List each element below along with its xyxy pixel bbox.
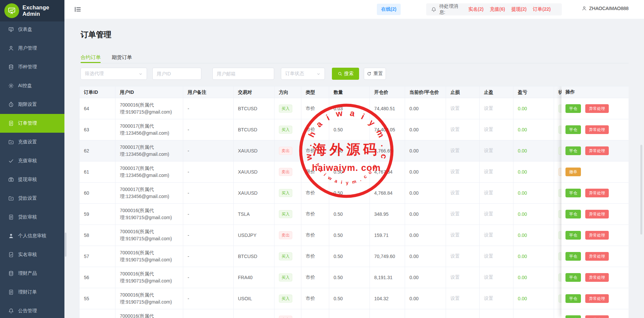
sidebar-item-doc-check[interactable]: 实名审核 [0, 245, 64, 264]
abnormal-order-button[interactable]: 异常处理 [585, 315, 609, 318]
abnormal-order-button[interactable]: 异常处理 [585, 210, 609, 218]
abnormal-order-button[interactable]: 异常处理 [585, 231, 609, 240]
user-email-input[interactable] [217, 71, 270, 76]
take-profit-set-link[interactable]: 设置 [484, 106, 493, 112]
cell-user: 7000017(所属代理:123456@gmail.com) [115, 140, 183, 161]
abnormal-order-button[interactable]: 异常处理 [585, 294, 609, 303]
abnormal-order-button[interactable]: 异常处理 [585, 273, 609, 282]
abnormal-order-button[interactable]: 异常处理 [585, 252, 609, 261]
bell-icon [431, 7, 437, 12]
page-scrollbar-thumb[interactable] [640, 145, 642, 235]
abnormal-order-button[interactable]: 异常处理 [585, 146, 609, 155]
close-order-button[interactable]: 平仓 [565, 231, 581, 240]
refresh-icon [367, 71, 371, 76]
sidebar-item-money[interactable]: 提现审核 [0, 170, 64, 189]
sidebar-item-gear[interactable]: AI控盘 [0, 76, 64, 95]
sidebar-item-user[interactable]: 用户管理 [0, 39, 64, 58]
pending-item-link[interactable]: 充值(6) [490, 6, 505, 12]
cell-direction: 卖出 [275, 225, 301, 246]
sidebar-scrollbar-thumb[interactable] [65, 233, 66, 257]
search-button-label: 搜索 [344, 71, 354, 77]
stop-loss-set-link[interactable]: 设置 [450, 148, 460, 154]
action-cell: 平仓异常处理 [561, 288, 629, 309]
pending-item-link[interactable]: 订单(22) [533, 6, 551, 12]
order-status-select[interactable]: 订单状态 [281, 68, 325, 80]
close-order-button[interactable]: 平仓 [565, 189, 581, 197]
take-profit-set-link[interactable]: 设置 [484, 190, 493, 196]
take-profit-set-link[interactable]: 设置 [484, 148, 493, 154]
take-profit-set-link[interactable]: 设置 [484, 253, 493, 259]
take-profit-set-link[interactable]: 设置 [484, 296, 493, 302]
stop-loss-set-link[interactable]: 设置 [450, 127, 460, 133]
logo-bar: Exchange Admin [0, 0, 64, 21]
sidebar-item-check[interactable]: 充值审核 [0, 151, 64, 170]
sidebar-item-bell[interactable]: 公告管理 [0, 302, 64, 318]
column-header-tp: 止盈 [480, 86, 513, 98]
close-order-button[interactable]: 平仓 [565, 294, 581, 303]
pnl-value: 0.00 [518, 275, 527, 280]
cell-qty: 0.50 [329, 225, 370, 246]
stop-loss-set-link[interactable]: 设置 [450, 169, 460, 175]
user-id-field-wrap [152, 68, 201, 80]
tab-contract-orders[interactable]: 合约订单 [81, 54, 101, 61]
reset-button[interactable]: 重置 [364, 68, 386, 80]
close-order-button[interactable]: 平仓 [565, 210, 581, 218]
sidebar-item-coins[interactable]: 理财产品 [0, 264, 64, 283]
sidebar-item-document[interactable]: 理财订单 [0, 283, 64, 302]
sidebar-item-label: 币种管理 [18, 64, 37, 70]
stop-loss-set-link[interactable]: 设置 [450, 190, 460, 196]
cell-type: 市价 [301, 288, 329, 309]
online-users-badge[interactable]: 在线(2) [377, 4, 401, 15]
take-profit-set-link[interactable]: 设置 [484, 169, 493, 175]
take-profit-set-link[interactable]: 设置 [484, 211, 493, 217]
cell-pnl: 0.00 [513, 183, 554, 203]
cell-note: - [183, 98, 234, 119]
cell-pair: TSLA [234, 204, 275, 225]
direction-badge-buy: 买入 [279, 252, 292, 260]
cell-pnl: 0.00 [513, 140, 554, 161]
pnl-value: 0.00 [518, 127, 527, 132]
sidebar-item-clock[interactable]: 期限设置 [0, 95, 64, 114]
close-order-button[interactable]: 平仓 [565, 315, 581, 318]
sidebar-item-folder[interactable]: 贷款设置 [0, 189, 64, 208]
search-button[interactable]: 搜索 [332, 68, 359, 80]
sidebar-item-folder[interactable]: 充值设置 [0, 133, 64, 151]
close-order-button[interactable]: 平仓 [565, 146, 581, 155]
stop-loss-set-link[interactable]: 设置 [450, 253, 460, 259]
sidebar-item-document[interactable]: 订单管理 [0, 114, 64, 133]
app-title: Exchange Admin [22, 4, 64, 17]
take-profit-set-link[interactable]: 设置 [484, 232, 493, 238]
cell-direction: 买入 [275, 183, 301, 203]
stop-loss-set-link[interactable]: 设置 [450, 211, 460, 217]
stop-loss-set-link[interactable]: 设置 [450, 296, 460, 302]
abnormal-order-button[interactable]: 异常处理 [585, 125, 609, 134]
user-menu[interactable]: ZHAOCAIMAO888 [582, 6, 629, 11]
sidebar-item-document[interactable]: 贷款审核 [0, 208, 64, 227]
stop-loss-set-link[interactable]: 设置 [450, 274, 460, 280]
pending-item-link[interactable]: 实名(2) [468, 6, 484, 12]
user-id-input[interactable] [157, 71, 197, 76]
close-order-button[interactable]: 平仓 [565, 125, 581, 134]
pnl-value: 0.00 [518, 148, 527, 153]
close-order-button[interactable]: 平仓 [565, 273, 581, 282]
pnl-value: 0.00 [518, 190, 527, 196]
take-profit-set-link[interactable]: 设置 [484, 274, 493, 280]
pending-item-link[interactable]: 提现(2) [511, 6, 527, 12]
close-order-button[interactable]: 平仓 [565, 252, 581, 261]
agent-filter-select[interactable]: 筛选代理 [81, 68, 147, 80]
stop-loss-set-link[interactable]: 设置 [450, 106, 460, 112]
abnormal-order-button[interactable]: 异常处理 [585, 189, 609, 197]
cell-pair [234, 309, 275, 318]
sidebar-item-coins[interactable]: 币种管理 [0, 58, 64, 76]
take-profit-set-link[interactable]: 设置 [484, 127, 493, 133]
folder-icon [8, 139, 14, 145]
tab-futures-orders[interactable]: 期货订单 [112, 54, 132, 61]
close-order-button[interactable]: 平仓 [565, 104, 581, 113]
stop-loss-set-link[interactable]: 设置 [450, 232, 460, 238]
abnormal-order-button[interactable]: 异常处理 [585, 104, 609, 113]
sidebar-fold-icon[interactable] [74, 5, 82, 13]
action-cell: 平仓异常处理 [561, 98, 629, 119]
sidebar-item-person[interactable]: 个人信息审核 [0, 227, 64, 245]
cancel-order-button[interactable]: 撤单 [565, 168, 581, 176]
sidebar-item-dashboard[interactable]: 仪表盘 [0, 20, 64, 39]
